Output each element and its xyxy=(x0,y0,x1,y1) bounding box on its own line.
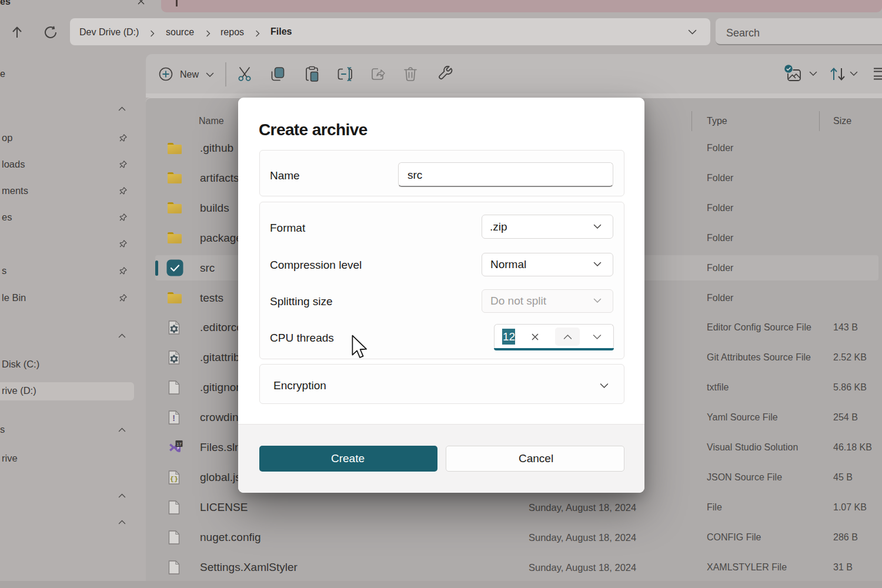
svg-text:17: 17 xyxy=(176,442,181,447)
svg-text:!: ! xyxy=(172,413,175,423)
svg-text:{}: {} xyxy=(170,475,178,483)
